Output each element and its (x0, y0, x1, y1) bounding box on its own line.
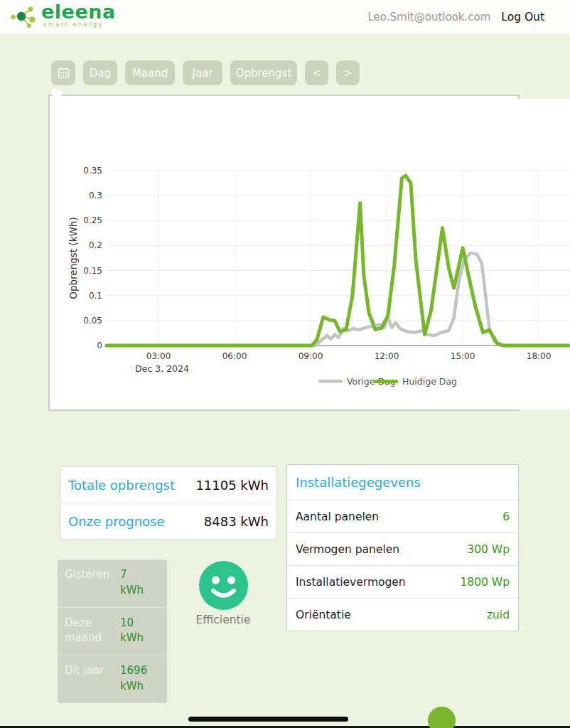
smiley-icon (199, 561, 248, 610)
install-label: Installatievermogen (296, 576, 406, 589)
x-tick-label: 06:00 (222, 351, 247, 361)
calendar-button[interactable] (51, 60, 75, 85)
tab-opbrengst[interactable]: Opbrengst (230, 60, 297, 85)
tab-jaar[interactable]: Jaar (183, 60, 222, 85)
logo-mark-icon (10, 2, 38, 32)
total-yield-value: 11105 kWh (195, 478, 269, 493)
prev-period-button[interactable]: < (305, 60, 328, 85)
chart-panel-tab (51, 90, 63, 96)
stats-row-this-year: Dit jaar 1696kWh (58, 655, 167, 703)
install-row-orientation: Oriëntatie zuid (287, 598, 518, 631)
install-label: Oriëntatie (296, 609, 351, 621)
logo-text: eleena smart energy (41, 2, 116, 28)
total-yield-label: Totale opbrengst (68, 478, 175, 493)
prognosis-value: 8483 kWh (204, 514, 269, 529)
legend-swatch (374, 380, 398, 383)
install-label: Vermogen panelen (296, 543, 399, 556)
summary-row-prognosis: Onze prognose 8483 kWh (60, 503, 276, 539)
x-date-label: Dec 3, 2024 (135, 363, 189, 374)
x-tick-label: 18:00 (527, 351, 552, 361)
tab-dag[interactable]: Dag (83, 60, 117, 85)
stats-value: 7kWh (120, 567, 144, 599)
installation-card: Installatiegegevens Aantal panelen 6 Ver… (286, 464, 519, 631)
stats-row-yesterday: Gisteren 7kWh (58, 560, 167, 607)
install-value: 1800 Wp (460, 576, 510, 589)
period-toolbar: Dag Maand Jaar Opbrengst < > (51, 60, 360, 85)
yield-summary-card: Totale opbrengst 11105 kWh Onze prognose… (60, 466, 277, 540)
stats-label: Deze maand (65, 616, 120, 647)
y-tick-label: 0.35 (83, 166, 102, 176)
floating-green-dot[interactable] (428, 707, 456, 728)
summary-row-total: Totale opbrengst 11105 kWh (60, 467, 276, 503)
install-label: Aantal panelen (296, 510, 379, 523)
y-tick-label: 0.05 (83, 316, 102, 326)
header: eleena smart energy Leo.Smit@outlook.com… (0, 0, 570, 34)
user-email: Leo.Smit@outlook.com (368, 11, 491, 23)
yield-chart-svg: 00.050.10.150.20.250.30.3503:00Dec 3, 20… (50, 99, 570, 410)
legend-swatch (318, 380, 343, 383)
install-value: zuid (487, 609, 510, 621)
x-tick-label: 15:00 (451, 351, 475, 361)
install-row-panels: Aantal panelen 6 (287, 500, 518, 532)
stats-label: Gisteren (65, 567, 120, 599)
install-row-install-power: Installatievermogen 1800 Wp (287, 565, 518, 598)
y-tick-label: 0 (97, 341, 102, 350)
chart-background (50, 99, 570, 410)
installation-title: Installatiegegevens (287, 465, 518, 500)
logo: eleena smart energy (10, 2, 116, 32)
tab-maand[interactable]: Maand (125, 60, 175, 85)
home-indicator[interactable] (188, 717, 348, 722)
stats-value: 10kWh (120, 616, 144, 647)
smiley-circle (199, 561, 248, 610)
logo-tagline: smart energy (43, 22, 116, 28)
y-tick-label: 0.25 (83, 215, 102, 225)
header-right: Leo.Smit@outlook.com Log Out (368, 11, 544, 23)
history-stats-box: Gisteren 7kWh Deze maand 10kWh Dit jaar … (58, 560, 167, 703)
x-tick-label: 09:00 (299, 351, 323, 361)
x-tick-label: 03:00 (146, 351, 171, 361)
stats-value: 1696kWh (120, 663, 147, 695)
efficiency-widget: Efficientie (190, 561, 256, 626)
app-page: eleena smart energy Leo.Smit@outlook.com… (0, 0, 570, 728)
next-period-button[interactable]: > (336, 60, 360, 85)
stats-row-this-month: Deze maand 10kWh (58, 607, 167, 655)
legend-label: Huidige Dag (402, 376, 457, 387)
logo-name: eleena (41, 2, 116, 21)
y-tick-label: 0.1 (89, 291, 102, 301)
yield-chart: 00.050.10.150.20.250.30.3503:00Dec 3, 20… (50, 99, 570, 410)
y-tick-label: 0.3 (89, 191, 102, 200)
y-tick-label: 0.15 (83, 266, 102, 276)
x-tick-label: 12:00 (375, 351, 399, 361)
install-value: 300 Wp (467, 543, 510, 556)
efficiency-label: Efficientie (196, 614, 251, 626)
prognosis-label: Onze prognose (68, 514, 165, 529)
install-row-panel-power: Vermogen panelen 300 Wp (287, 532, 518, 565)
y-tick-label: 0.2 (89, 240, 102, 250)
logout-link[interactable]: Log Out (501, 11, 544, 23)
calendar-icon (58, 67, 70, 79)
y-axis-title: Opbrengst (kWh) (68, 217, 79, 299)
stats-label: Dit jaar (65, 663, 120, 695)
install-value: 6 (502, 510, 510, 523)
